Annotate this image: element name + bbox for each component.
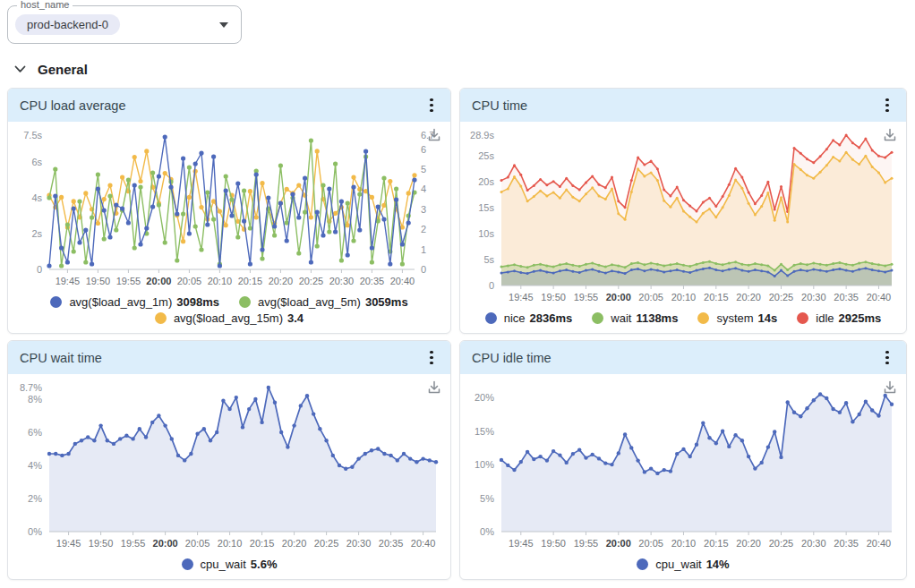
legend-series-name: avg($load_avg_5m) xyxy=(258,295,361,309)
legend-series-value: 1138ms xyxy=(636,311,678,325)
panel-menu-button[interactable] xyxy=(422,95,441,116)
chart-legend: cpu_wait5.6% xyxy=(8,555,450,579)
y-tick-label: 10s xyxy=(460,228,494,240)
panel-grid: CPU load average 19:4519:5019:5520:0020:… xyxy=(7,88,907,580)
chart-plot-area[interactable]: 19:4519:5019:5520:0020:0520:1020:1520:20… xyxy=(460,122,906,309)
y-tick-label: 6% xyxy=(8,427,42,439)
panel-header: CPU wait time xyxy=(8,341,450,374)
y-tick-label: 15% xyxy=(460,426,494,438)
chart-plot-area[interactable]: 19:4519:5019:5520:0020:0520:1020:1520:20… xyxy=(8,374,450,555)
chart-legend: avg($load_avg_1m)3098msavg($load_avg_5m)… xyxy=(8,293,450,333)
legend-dot-icon xyxy=(592,312,603,324)
legend-series-name: cpu_wait xyxy=(201,558,246,571)
chart-legend: nice2836mswait1138mssystem14sidle2925ms xyxy=(460,309,906,333)
legend-series-value: 3098ms xyxy=(176,295,219,309)
legend-series-name: idle xyxy=(816,311,834,325)
legend-series-value: 5.6% xyxy=(251,558,278,571)
legend-item-avg($load_avg_1m)[interactable]: avg($load_avg_1m)3098ms xyxy=(50,295,219,309)
y-tick-label: 4% xyxy=(8,460,42,472)
chart-plot-area[interactable]: 19:4519:5019:5520:0020:0520:1020:1520:20… xyxy=(460,374,906,555)
legend-item-nice[interactable]: nice2836ms xyxy=(485,311,573,325)
legend-series-name: wait xyxy=(611,311,631,325)
y-tick-label-right: 5 xyxy=(421,164,426,175)
section-title: General xyxy=(38,62,88,77)
y-tick-label: 25s xyxy=(460,150,494,162)
y-tick-label: 8% xyxy=(8,394,42,405)
panel-menu-button[interactable] xyxy=(422,347,441,369)
legend-dot-icon xyxy=(182,558,193,570)
y-tick-label: 2s xyxy=(8,228,42,240)
legend-item-wait[interactable]: wait1138ms xyxy=(592,311,678,325)
panel-cpu-idle-time: CPU idle time 19:4519:5019:5520:0020:052… xyxy=(459,340,907,580)
legend-series-value: 2836ms xyxy=(530,311,573,325)
y-tick-label: 0 xyxy=(460,280,494,292)
legend-item-cpu_wait[interactable]: cpu_wait14% xyxy=(637,558,729,571)
y-tick-label: 10% xyxy=(460,459,494,471)
x-tick-label: 20:40 xyxy=(383,276,421,287)
legend-series-name: avg($load_avg_1m) xyxy=(69,295,172,309)
y-tick-label-right: 6.7 xyxy=(421,130,434,141)
chart-plot-area[interactable]: 19:4519:5019:5520:0020:0520:1020:1520:20… xyxy=(8,122,450,293)
panel-cpu-time: CPU time 19:4519:5019:5520:0020:0520:102… xyxy=(459,88,907,334)
panel-title: CPU wait time xyxy=(20,351,102,365)
panel-cpu-load-average: CPU load average 19:4519:5019:5520:0020:… xyxy=(7,88,451,334)
y-tick-label: 8.7% xyxy=(8,382,42,394)
legend-series-value: 14s xyxy=(758,311,778,325)
y-tick-label: 28.9s xyxy=(460,130,494,141)
panel-title: CPU time xyxy=(472,98,527,113)
chart-canvas[interactable] xyxy=(8,122,450,293)
x-tick-label: 20:40 xyxy=(859,292,897,303)
y-tick-label: 0% xyxy=(8,526,42,538)
legend-dot-icon xyxy=(697,312,709,324)
panel-title: CPU idle time xyxy=(472,351,552,365)
y-tick-label: 0 xyxy=(8,264,42,276)
x-tick-label: 20:40 xyxy=(859,538,897,550)
host-name-select[interactable]: host_name prod-backend-0 xyxy=(7,5,242,44)
y-tick-label: 7.5s xyxy=(8,130,42,141)
panel-menu-button[interactable] xyxy=(877,347,897,369)
legend-item-avg($load_avg_15m)[interactable]: avg($load_avg_15m)3.4 xyxy=(155,311,304,325)
panel-header: CPU load average xyxy=(8,89,450,122)
panel-title: CPU load average xyxy=(20,98,126,113)
chart-canvas[interactable] xyxy=(460,122,906,309)
legend-item-system[interactable]: system14s xyxy=(697,311,777,325)
y-tick-label: 4s xyxy=(8,192,42,204)
y-tick-label-right: 4 xyxy=(421,183,426,195)
x-tick-label: 20:40 xyxy=(405,538,442,550)
chart-canvas[interactable] xyxy=(8,374,450,555)
legend-dot-icon xyxy=(155,312,167,324)
host-name-select-label: host_name xyxy=(17,0,73,10)
legend-series-value: 3059ms xyxy=(365,295,408,309)
legend-series-value: 3.4 xyxy=(287,311,304,325)
legend-item-cpu_wait[interactable]: cpu_wait5.6% xyxy=(182,558,278,571)
legend-series-value: 14% xyxy=(706,558,730,571)
legend-dot-icon xyxy=(637,558,648,570)
legend-item-avg($load_avg_5m)[interactable]: avg($load_avg_5m)3059ms xyxy=(239,295,408,309)
y-tick-label: 2% xyxy=(8,493,42,505)
panel-header: CPU idle time xyxy=(460,341,906,374)
chevron-down-icon xyxy=(14,65,26,73)
legend-item-idle[interactable]: idle2925ms xyxy=(797,311,881,325)
y-tick-label: 6s xyxy=(8,157,42,168)
legend-series-name: cpu_wait xyxy=(655,558,701,571)
legend-series-name: system xyxy=(716,311,753,325)
host-name-chip[interactable]: prod-backend-0 xyxy=(15,14,120,35)
y-tick-label: 5% xyxy=(460,493,494,505)
chevron-down-icon[interactable] xyxy=(219,22,228,28)
y-tick-label-right: 2 xyxy=(421,224,426,235)
y-tick-label: 15s xyxy=(460,202,494,214)
y-tick-label-right: 1 xyxy=(421,244,426,256)
chart-canvas[interactable] xyxy=(460,374,906,555)
legend-series-value: 2925ms xyxy=(839,311,882,325)
panel-menu-button[interactable] xyxy=(877,95,897,116)
panel-cpu-wait-time: CPU wait time 19:4519:5019:5520:0020:052… xyxy=(7,340,451,580)
y-tick-label: 5s xyxy=(460,254,494,266)
legend-dot-icon xyxy=(485,312,497,324)
legend-dot-icon xyxy=(239,296,251,308)
y-tick-label-right: 6 xyxy=(421,144,426,156)
section-general-toggle[interactable]: General xyxy=(14,62,915,77)
y-tick-label: 20% xyxy=(460,392,494,404)
legend-dot-icon xyxy=(797,312,808,324)
legend-dot-icon xyxy=(50,296,62,308)
panel-header: CPU time xyxy=(460,89,906,122)
